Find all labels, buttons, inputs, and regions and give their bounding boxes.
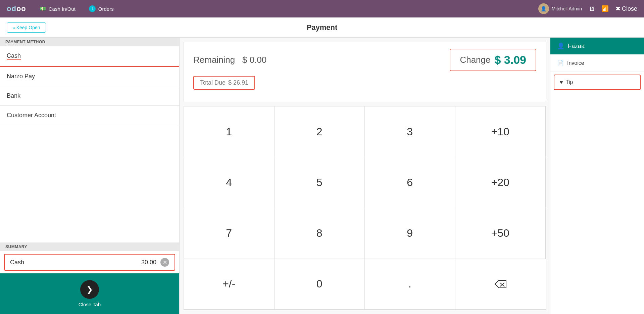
heart-icon: ♥	[560, 79, 563, 85]
top-nav: odoo 💵 Cash In/Out 1 Orders 👤 Mitchell A…	[0, 0, 644, 17]
customer-name: Fazaa	[568, 43, 585, 50]
numpad-btn-7[interactable]: 7	[184, 208, 275, 259]
payment-info-box: Remaining $ 0.00 Change $ 3.09 Total Due…	[184, 42, 546, 102]
summary-remove-button[interactable]: ✕	[160, 258, 169, 267]
numpad-btn-3[interactable]: 3	[365, 106, 455, 157]
payment-method-list: Cash Narzo Pay Bank Customer Account	[0, 46, 179, 242]
invoice-item[interactable]: 📄 Invoice	[550, 54, 644, 72]
summary-cash-label: Cash	[10, 259, 141, 266]
right-panel: 👤 Fazaa 📄 Invoice ♥ Tip	[550, 38, 644, 314]
numpad-btn-dot[interactable]: .	[365, 259, 455, 310]
orders-badge: 1	[89, 5, 96, 12]
close-tab-footer: ❯ Close Tab	[0, 273, 179, 314]
odoo-logo: odoo	[7, 4, 26, 13]
close-tab-button[interactable]: ❯	[80, 280, 99, 299]
summary-cash-value: 30.00	[141, 259, 156, 266]
main-layout: PAYMENT METHOD Cash Narzo Pay Bank Custo…	[0, 38, 644, 314]
numpad: 1 2 3 +10 4 5 6 +20 7 8 9 +50 +/- 0 .	[184, 106, 546, 310]
subheader: « Keep Open Payment	[0, 17, 644, 38]
change-amount: $ 3.09	[494, 53, 526, 66]
nav-user: 👤 Mitchell Admin	[538, 3, 582, 14]
pm-customer-label: Customer Account	[7, 112, 56, 119]
close-nav-btn[interactable]: ✖ Close	[615, 5, 637, 12]
cash-in-out-icon: 💵	[40, 6, 46, 12]
wifi-icon: 📶	[601, 5, 609, 12]
nav-right: 👤 Mitchell Admin 🖥 📶 ✖ Close	[538, 3, 637, 14]
orders-nav[interactable]: 1 Orders	[89, 5, 114, 12]
customer-icon: 👤	[557, 42, 564, 50]
numpad-btn-plusminus[interactable]: +/-	[184, 259, 275, 310]
total-due-amount: $ 26.91	[228, 79, 248, 86]
orders-label: Orders	[98, 6, 114, 12]
tip-label: Tip	[566, 79, 573, 85]
left-panel: PAYMENT METHOD Cash Narzo Pay Bank Custo…	[0, 38, 180, 314]
numpad-btn-9[interactable]: 9	[365, 208, 455, 259]
remaining-display: Remaining $ 0.00	[193, 55, 266, 65]
numpad-btn-plus10[interactable]: +10	[455, 106, 546, 157]
pm-cash[interactable]: Cash	[0, 46, 179, 67]
remaining-amount: $ 0.00	[242, 55, 266, 65]
numpad-btn-6[interactable]: 6	[365, 157, 455, 208]
avatar: 👤	[538, 3, 549, 14]
backspace-icon	[494, 280, 506, 288]
numpad-btn-0[interactable]: 0	[275, 259, 365, 310]
close-label: Close	[622, 5, 637, 12]
pm-narzo[interactable]: Narzo Pay	[0, 67, 179, 86]
cash-in-out-nav[interactable]: 💵 Cash In/Out	[40, 6, 76, 12]
numpad-btn-1[interactable]: 1	[184, 106, 275, 157]
pm-narzo-label: Narzo Pay	[7, 73, 35, 80]
remaining-label: Remaining	[193, 55, 235, 65]
payment-top-row: Remaining $ 0.00 Change $ 3.09	[193, 49, 536, 71]
pm-customer[interactable]: Customer Account	[0, 106, 179, 125]
page-title: Payment	[307, 23, 338, 32]
close-icon: ✖	[615, 5, 621, 12]
numpad-btn-8[interactable]: 8	[275, 208, 365, 259]
invoice-label: Invoice	[567, 60, 584, 66]
user-name: Mitchell Admin	[552, 6, 582, 11]
summary-section: SUMMARY Cash 30.00 ✕	[0, 242, 179, 273]
pm-bank-label: Bank	[7, 92, 20, 99]
close-tab-label: Close Tab	[79, 302, 101, 307]
numpad-btn-plus50[interactable]: +50	[455, 208, 546, 259]
keep-open-button[interactable]: « Keep Open	[7, 23, 46, 33]
customer-header: 👤 Fazaa	[550, 38, 644, 54]
center-panel: Remaining $ 0.00 Change $ 3.09 Total Due…	[180, 38, 550, 314]
numpad-btn-5[interactable]: 5	[275, 157, 365, 208]
change-box: Change $ 3.09	[450, 49, 536, 71]
numpad-btn-2[interactable]: 2	[275, 106, 365, 157]
tip-item[interactable]: ♥ Tip	[554, 75, 641, 90]
summary-row: Cash 30.00 ✕	[4, 254, 175, 271]
monitor-icon: 🖥	[589, 5, 595, 12]
total-due-box: Total Due $ 26.91	[193, 76, 255, 90]
pm-bank[interactable]: Bank	[0, 86, 179, 106]
invoice-icon: 📄	[557, 60, 564, 66]
change-label: Change	[460, 55, 490, 65]
numpad-btn-backspace[interactable]	[455, 259, 546, 310]
numpad-btn-plus20[interactable]: +20	[455, 157, 546, 208]
total-due-label: Total Due	[200, 79, 226, 86]
numpad-btn-4[interactable]: 4	[184, 157, 275, 208]
cash-in-out-label: Cash In/Out	[49, 6, 76, 12]
summary-label: SUMMARY	[0, 242, 179, 251]
payment-method-label: PAYMENT METHOD	[0, 38, 179, 46]
pm-cash-label: Cash	[7, 52, 21, 60]
